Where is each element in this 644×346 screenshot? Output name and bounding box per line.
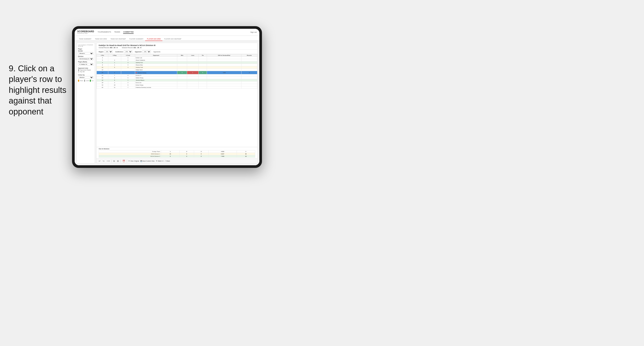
- copy-button[interactable]: ⧉: [113, 160, 115, 163]
- cell-conf: 3: [121, 61, 135, 64]
- cell-opponent: Haejo Hyun: [135, 69, 177, 71]
- out-team-name: NCAA Division 2: [99, 155, 161, 158]
- table-row[interactable]: 12 Haejo Hyun: [97, 69, 258, 71]
- cell-reg: 10: [108, 84, 121, 86]
- tab-team-h2h-grid[interactable]: TEAM H2H GRID: [93, 37, 109, 41]
- sign-out[interactable]: Sign out: [250, 31, 257, 33]
- radio-top100[interactable]: Top 100: [78, 71, 94, 72]
- cell-tie: [198, 66, 207, 69]
- cell-rounds: [241, 84, 257, 86]
- cell-loss: [187, 59, 199, 61]
- opponents-label: Opponents:: [154, 51, 161, 52]
- colour-by-select[interactable]: Win/loss: [78, 76, 94, 79]
- cell-div: 10: [97, 66, 108, 69]
- nav-tournaments[interactable]: TOURNAMENTS: [98, 30, 111, 34]
- cell-tie: [198, 61, 207, 64]
- radio-group: Opponents Played Top 100: [78, 69, 94, 72]
- save-custom-button[interactable]: 💾 Save Custom View: [140, 160, 154, 162]
- undo-button[interactable]: ↩: [98, 160, 101, 162]
- cell-diff: [207, 69, 241, 71]
- table-row[interactable]: 3 1 Esther Lee: [97, 57, 258, 59]
- table-row[interactable]: 10 6 3 Andrea York: [97, 66, 258, 69]
- table-row[interactable]: 20 11 7 Federica Domecq Lacroze: [97, 86, 258, 89]
- cell-loss: [187, 86, 199, 89]
- cell-div: 15: [97, 77, 108, 79]
- out-win: 15: [161, 153, 180, 155]
- tab-team-summary[interactable]: TEAM SUMMARY: [77, 37, 93, 41]
- cell-rounds: [241, 79, 257, 82]
- clock-button[interactable]: ⏰: [122, 160, 126, 162]
- table-row[interactable]: 9 1 4 Sharon Mun: [97, 64, 258, 66]
- col-header-conf: # Conf: [121, 54, 135, 57]
- cell-win: [177, 61, 187, 64]
- colour-indicators: Down Level Up: [78, 80, 94, 82]
- panel-title: Katelyn Vo Head-to-Head Grid for Women's…: [99, 44, 255, 46]
- col-header-diff: Diff Av Strokes/Rnd: [207, 54, 241, 57]
- overall-record: Overall Record: 353 - 34 - 6: [99, 47, 118, 48]
- table-row[interactable]: 13 1 ▶ Jessica Huang 0 1 0 -3.00 2: [97, 71, 258, 74]
- out-division-row[interactable]: Foreign Team 1 0 0 4.500 2: [99, 151, 255, 153]
- conference-select[interactable]: (All): [124, 50, 132, 53]
- cell-loss: [187, 82, 199, 84]
- colour-down-label: Down: [80, 80, 83, 81]
- content-panel: Katelyn Vo Head-to-Head Grid for Women's…: [96, 43, 258, 164]
- nav-teams[interactable]: TEAMS: [114, 30, 120, 34]
- cell-loss: 1: [187, 71, 199, 74]
- out-rounds: 10: [237, 155, 255, 158]
- share-button[interactable]: ⤴ Share: [165, 160, 170, 162]
- cell-win: [177, 86, 187, 89]
- view-original-button[interactable]: 👁 View: Original: [128, 160, 139, 162]
- colour-level-label: Level: [86, 80, 89, 81]
- logo: SCOREBOARD Powered by clippi: [77, 30, 94, 34]
- tab-team-h2h-heatmap[interactable]: TEAM H2H HEATMAP: [109, 37, 128, 41]
- watch-button[interactable]: 👁 Watch ▼: [156, 160, 164, 162]
- cell-div: 12: [97, 69, 108, 71]
- table-row[interactable]: 14 7 4 Eunice Yi: [97, 74, 258, 77]
- out-of-division-title: Out of division: [99, 148, 255, 150]
- tab-player-h2h-grid[interactable]: PLAYER H2H GRID: [145, 37, 162, 41]
- cell-reg: 11: [108, 86, 121, 89]
- cell-div: 13: [97, 71, 108, 74]
- out-loss: 0: [180, 151, 194, 153]
- grid-button[interactable]: ⊞: [116, 160, 119, 162]
- colour-by: Colour by Win/loss Down Level Up: [78, 74, 94, 82]
- tab-player-summary[interactable]: PLAYER SUMMARY: [128, 37, 146, 41]
- cell-conf: 1: [121, 79, 135, 82]
- cell-opponent: ▶ Jessica Huang: [135, 71, 177, 74]
- cell-opponent: Stella Cheng: [135, 77, 177, 79]
- forward-button[interactable]: ⟶: [106, 160, 110, 162]
- opponent-select[interactable]: (All): [142, 50, 151, 53]
- cell-diff: [207, 57, 241, 59]
- cell-loss: [187, 84, 199, 86]
- redo-button[interactable]: ↪: [102, 160, 105, 162]
- cell-win: [177, 57, 187, 59]
- division-select[interactable]: NCAA Division III: [78, 58, 94, 60]
- cell-reg: 6: [108, 66, 121, 69]
- cell-conf: 2: [121, 82, 135, 84]
- grid-table[interactable]: # Div # Reg # Conf Opponent Win Loss Tie…: [96, 54, 258, 147]
- tablet-screen: SCOREBOARD Powered by clippi TOURNAMENTS…: [75, 29, 259, 165]
- cell-diff: [207, 66, 241, 69]
- cell-reg: 9: [108, 79, 121, 82]
- cell-win: 0: [177, 71, 187, 74]
- table-row[interactable]: 19 10 6 Emily Chang: [97, 84, 258, 86]
- table-row[interactable]: 18 2 2 Euna Lee: [97, 82, 258, 84]
- cell-diff: [207, 74, 241, 77]
- region-select[interactable]: (All): [104, 50, 113, 53]
- radio-opponents-played[interactable]: Opponents Played: [78, 69, 94, 71]
- table-row[interactable]: 6 1 3 Sydney Kuo: [97, 61, 258, 64]
- cell-diff: [207, 61, 241, 64]
- out-win: 1: [161, 151, 180, 153]
- out-division-row[interactable]: NAIA Division 1 15 0 0 9.267 30: [99, 153, 255, 155]
- nav-committee[interactable]: COMMITTEE: [123, 30, 134, 34]
- tab-player-h2h-heatmap[interactable]: PLAYER H2H HEATMAP: [162, 37, 183, 41]
- table-row[interactable]: 15 8 5 Stella Cheng: [97, 77, 258, 79]
- player-rank-select[interactable]: 8. Katelyn Vo: [78, 63, 94, 66]
- table-row[interactable]: 5 2 2 Alexis Sudjianto: [97, 59, 258, 61]
- table-row[interactable]: 16 9 1 Jessica Mason: [97, 79, 258, 82]
- toolbar-divider-2: [120, 160, 121, 163]
- gender-select[interactable]: Women's: [78, 52, 94, 55]
- out-division-row[interactable]: NCAA Division 2 5 0 0 7.400 10: [99, 155, 255, 158]
- toolbar-divider-1: [111, 160, 112, 163]
- cell-loss: [187, 61, 199, 64]
